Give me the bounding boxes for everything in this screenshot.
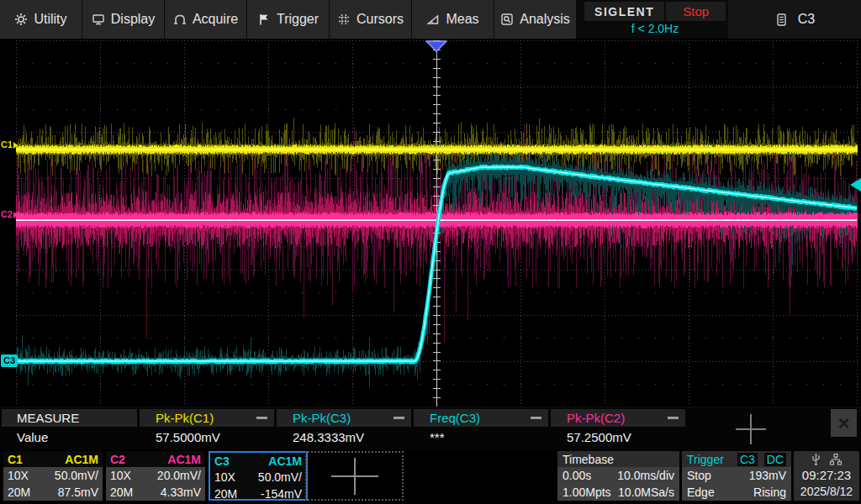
measure-item-pkpk-c1[interactable]: Pk-Pk(C1) (140, 409, 274, 427)
channel-marker-c1[interactable]: C1 (1, 139, 21, 150)
menu-label: Display (111, 12, 155, 27)
trigger-coupling: DC (764, 453, 786, 466)
siglent-logo: SIGLENT (584, 2, 664, 21)
remove-measure-button[interactable] (394, 417, 404, 419)
datetime-box: 09:27:23 2025/8/12 (794, 451, 859, 501)
menu-item-meas[interactable]: Meas (412, 0, 494, 39)
trigger-position-marker[interactable] (425, 40, 447, 52)
timebase-title: Timebase (563, 453, 614, 466)
channel-offset: -154mV (261, 487, 302, 501)
channel-coupling: AC1M (167, 453, 201, 466)
bottom-bar: C1 AC1M 10X 50.0mV/ 20M 87.5mV C2 AC1M 1… (0, 449, 861, 504)
measure-item-pkpk-c2[interactable]: Pk-Pk(C2) (551, 409, 685, 427)
timebase-box[interactable]: Timebase 0.00s 10.0ms/div 1.00Mpts 10.0M… (557, 451, 679, 501)
waveform-area: C1 C2 C3 (0, 39, 861, 407)
clock-time: 09:27:23 (794, 467, 859, 484)
timebase-scale: 10.0ms/div (617, 469, 674, 482)
menu-item-utility[interactable]: Utility (0, 0, 82, 39)
status-area: SIGLENT Stop f < 2.0Hz C3 (577, 0, 861, 39)
oscilloscope-screen: Utility Display Acquire Trigger (0, 0, 861, 504)
channel-marker-c3[interactable]: C3 (1, 354, 18, 367)
measure-value-label: Value (17, 430, 48, 444)
menu-label: Analysis (520, 12, 570, 27)
trigger-status: Stop (687, 469, 711, 482)
close-measure-panel-button[interactable]: × (831, 409, 857, 437)
trigger-source: C3 (737, 453, 758, 466)
list-icon (774, 13, 788, 27)
lan-icon (829, 453, 843, 466)
menu-item-cursors[interactable]: Cursors (330, 0, 412, 39)
trigger-level: 193mV (749, 469, 786, 482)
bandwidth-limit: 20M (110, 486, 133, 499)
channel-box-c3[interactable]: C3 AC1M 10X 50.0mV/ 20M -154mV (209, 451, 308, 501)
active-channel-label: C3 (798, 12, 815, 27)
acquisition-status[interactable]: Stop (666, 2, 726, 21)
trigger-title: Trigger (687, 453, 724, 466)
measure-item-pkpk-c3[interactable]: Pk-Pk(C3) (277, 409, 411, 427)
volts-per-div: 50.0mV/ (258, 470, 302, 484)
display-icon (92, 13, 105, 26)
remove-measure-button[interactable] (531, 417, 541, 419)
menu-label: Acquire (193, 12, 238, 27)
timebase-delay: 0.00s (563, 469, 591, 482)
measure-value: 57.2500mV (567, 430, 631, 444)
channel-name: C1 (8, 453, 23, 466)
menu-label: Cursors (357, 12, 404, 27)
trigger-box[interactable]: Trigger C3 DC Stop 193mV Edge Rising (682, 451, 791, 501)
trigger-slope: Rising (753, 486, 786, 499)
right-arrow-icon (13, 212, 21, 218)
menu-item-trigger[interactable]: Trigger (247, 0, 330, 39)
channel-offset: 4.33mV (161, 486, 201, 499)
measure-value: *** (430, 430, 445, 444)
probe-attenuation: 10X (110, 469, 131, 482)
remove-measure-button[interactable] (668, 417, 679, 419)
active-channel-block[interactable]: C3 (728, 0, 861, 39)
channel-offset: 87.5mV (58, 486, 98, 499)
cursors-icon (337, 13, 351, 26)
menu-label: Trigger (277, 12, 319, 27)
menu-item-analysis[interactable]: Analysis (494, 0, 577, 39)
channel-marker-c2[interactable]: C2 (1, 208, 21, 220)
channel-box-c1[interactable]: C1 AC1M 10X 50.0mV/ 20M 87.5mV (3, 451, 103, 501)
probe-attenuation: 10X (214, 470, 235, 484)
volts-per-div: 20.0mV/ (157, 469, 201, 482)
clock-date: 2025/8/12 (794, 484, 859, 500)
channel-coupling: AC1M (65, 453, 98, 466)
add-measure-button[interactable] (736, 414, 766, 444)
acquisition-status-block[interactable]: SIGLENT Stop f < 2.0Hz (584, 2, 726, 37)
menu-item-acquire[interactable]: Acquire (165, 0, 247, 39)
gear-icon (14, 13, 28, 26)
sample-rate: 10.0MSa/s (618, 486, 674, 499)
trigger-flag-icon (257, 13, 271, 26)
acquire-icon (173, 13, 187, 26)
usb-icon (811, 453, 821, 466)
analysis-icon (500, 13, 514, 26)
menu-label: Meas (446, 12, 478, 27)
add-channel-dropzone[interactable] (305, 451, 404, 501)
measure-value: 57.5000mV (156, 430, 220, 444)
channel-name: C3 (214, 454, 230, 468)
channel-name: C2 (110, 453, 125, 466)
trigger-type: Edge (687, 486, 715, 499)
trigger-frequency: f < 2.0Hz (584, 21, 726, 37)
menu-item-display[interactable]: Display (82, 0, 165, 39)
plus-icon (331, 458, 378, 495)
probe-attenuation: 10X (8, 469, 29, 482)
channel-coupling: AC1M (268, 454, 302, 468)
volts-per-div: 50.0mV/ (55, 469, 98, 482)
measure-value: 248.3333mV (293, 430, 364, 444)
menu-bar: Utility Display Acquire Trigger (0, 0, 861, 39)
channel-box-c2[interactable]: C2 AC1M 10X 20.0mV/ 20M 4.33mV (106, 451, 205, 501)
meas-icon (426, 13, 440, 26)
remove-measure-button[interactable] (256, 417, 267, 419)
right-arrow-icon (13, 142, 21, 149)
waveform-canvas (0, 39, 861, 407)
measure-item-freq-c3[interactable]: Freq(C3) (414, 409, 548, 427)
menu-label: Utility (34, 12, 66, 27)
trigger-level-marker[interactable] (850, 178, 861, 192)
measure-panel: MEASURE Value Pk-Pk(C1) 57.5000mV Pk-Pk(… (0, 407, 861, 449)
bandwidth-limit: 20M (214, 487, 237, 501)
measure-title: MEASURE (2, 409, 137, 427)
memory-depth: 1.00Mpts (563, 486, 611, 499)
bandwidth-limit: 20M (8, 486, 30, 499)
